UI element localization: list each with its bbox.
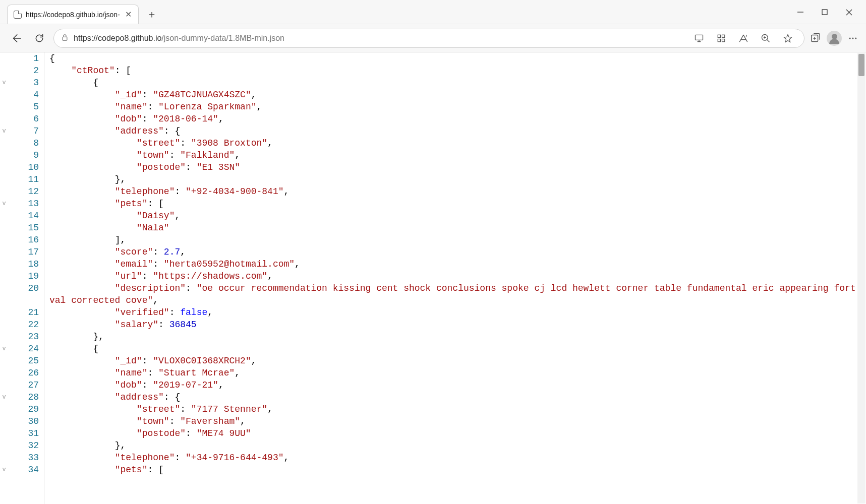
fold-toggle (0, 89, 8, 101)
fold-toggle (0, 452, 8, 464)
code-line[interactable]: "Nala" (49, 222, 866, 234)
url-host: https://codepo8.github.io (74, 34, 161, 42)
fold-toggle (0, 319, 8, 331)
code-line[interactable]: "pets": [ (49, 198, 866, 210)
svg-rect-8 (718, 35, 720, 37)
favorite-icon[interactable] (782, 32, 794, 44)
window-minimize-button[interactable] (795, 7, 805, 17)
code-line[interactable]: "telephone": "+34-9716-644-493", (49, 452, 866, 464)
code-line[interactable]: "telephone": "+92-4034-900-841", (49, 185, 866, 198)
url-path: /json-dummy-data/1.8MB-min.json (161, 34, 284, 42)
code-line[interactable]: "pets": [ (49, 464, 866, 476)
grid-icon[interactable] (715, 32, 727, 44)
line-number: 28 (8, 391, 39, 403)
line-number: 1 (8, 52, 39, 65)
page-content: vvvvvv 123456789101112131415161718192021… (0, 52, 866, 504)
code-line[interactable]: ], (49, 234, 866, 246)
fold-toggle[interactable]: v (0, 77, 8, 89)
fold-toggle (0, 258, 8, 270)
code-line[interactable]: "postode": "ME74 9UU" (49, 427, 866, 439)
fold-toggle (0, 113, 8, 125)
code-line[interactable]: { (49, 343, 866, 355)
svg-point-20 (852, 37, 854, 39)
fold-toggle[interactable]: v (0, 464, 8, 476)
fold-toggle (0, 403, 8, 415)
line-number: 4 (8, 89, 39, 101)
code-line[interactable]: "ctRoot": [ (49, 65, 866, 77)
page-favicon-icon (14, 11, 22, 19)
browser-tab[interactable]: https://codepo8.github.io/json- ✕ (7, 5, 139, 24)
code-line[interactable]: "salary": 36845 (49, 319, 866, 331)
code-line[interactable]: "verified": false, (49, 306, 866, 319)
svg-rect-10 (718, 39, 720, 41)
svg-line-13 (767, 39, 770, 42)
code-line[interactable]: "address": { (49, 391, 866, 403)
back-button[interactable] (7, 29, 25, 47)
code-line[interactable]: "url": "https://shadows.com", (49, 270, 866, 282)
code-line[interactable]: { (49, 77, 866, 89)
code-line[interactable]: "name": "Stuart Mcrae", (49, 367, 866, 379)
line-number: 27 (8, 379, 39, 391)
line-number: 8 (8, 137, 39, 149)
zoom-icon[interactable] (760, 32, 772, 44)
svg-rect-11 (722, 39, 725, 41)
tab-title: https://codepo8.github.io/json- (26, 11, 120, 19)
lock-icon (61, 34, 69, 43)
desktop-icon[interactable] (693, 32, 705, 44)
code-line[interactable]: "email": "herta05952@hotmail.com", (49, 258, 866, 270)
line-number: 15 (8, 222, 39, 234)
refresh-button[interactable] (30, 29, 48, 47)
code-line[interactable]: "score": 2.7, (49, 246, 866, 258)
code-line[interactable]: "dob": "2019-07-21", (49, 379, 866, 391)
window-maximize-button[interactable] (820, 7, 830, 17)
fold-gutter[interactable]: vvvvvv (0, 52, 8, 504)
window-close-button[interactable] (844, 7, 854, 17)
line-number: 9 (8, 149, 39, 161)
code-area[interactable]: { "ctRoot": [ { "_id": "GZ48TCJNUAGX4SZC… (44, 52, 866, 504)
fold-toggle (0, 355, 8, 367)
read-aloud-icon[interactable] (737, 32, 749, 44)
line-number: 16 (8, 234, 39, 246)
code-line[interactable]: "address": { (49, 125, 866, 137)
code-line[interactable]: "name": "Lorenza Sparkman", (49, 101, 866, 113)
scrollbar-thumb[interactable] (858, 54, 864, 76)
line-number: 22 (8, 319, 39, 331)
code-line[interactable]: }, (49, 173, 866, 185)
fold-toggle[interactable]: v (0, 198, 8, 210)
line-number: 33 (8, 452, 39, 464)
resize-corner[interactable] (857, 495, 865, 503)
menu-button[interactable] (847, 32, 859, 44)
fold-toggle[interactable]: v (0, 343, 8, 355)
code-line[interactable]: "street": "3908 Broxton", (49, 137, 866, 149)
code-line[interactable]: "street": "7177 Stenner", (49, 403, 866, 415)
code-line[interactable]: "_id": "GZ48TCJNUAGX4SZC", (49, 89, 866, 101)
code-line[interactable]: "_id": "VLOX0C0I368XRCH2", (49, 355, 866, 367)
line-number: 18 (8, 258, 39, 270)
new-tab-button[interactable]: ＋ (144, 6, 160, 22)
svg-rect-9 (722, 35, 725, 37)
profile-avatar[interactable] (827, 31, 842, 46)
address-bar[interactable]: https://codepo8.github.io/json-dummy-dat… (53, 29, 804, 48)
fold-toggle (0, 270, 8, 282)
fold-toggle (0, 161, 8, 173)
line-number: 13 (8, 198, 39, 210)
json-viewer[interactable]: vvvvvv 123456789101112131415161718192021… (0, 52, 866, 504)
code-line[interactable]: "town": "Faversham", (49, 415, 866, 427)
code-line[interactable]: "postode": "E1 3SN" (49, 161, 866, 173)
vertical-scrollbar[interactable] (857, 53, 865, 503)
line-number: 11 (8, 173, 39, 185)
fold-toggle[interactable]: v (0, 391, 8, 403)
code-line[interactable]: "Daisy", (49, 210, 866, 222)
code-line[interactable]: "town": "Falkland", (49, 149, 866, 161)
code-line[interactable]: "dob": "2018-06-14", (49, 113, 866, 125)
code-line[interactable]: "description": "oe occur recommendation … (49, 282, 866, 306)
code-line[interactable]: { (49, 52, 866, 65)
line-number: 5 (8, 101, 39, 113)
line-number-gutter: 1234567891011121314151617181920212223242… (8, 52, 44, 504)
tab-close-button[interactable]: ✕ (124, 10, 133, 19)
collections-icon[interactable] (810, 32, 822, 44)
fold-toggle[interactable]: v (0, 125, 8, 137)
code-line[interactable]: }, (49, 331, 866, 343)
line-number: 26 (8, 367, 39, 379)
code-line[interactable]: }, (49, 439, 866, 452)
